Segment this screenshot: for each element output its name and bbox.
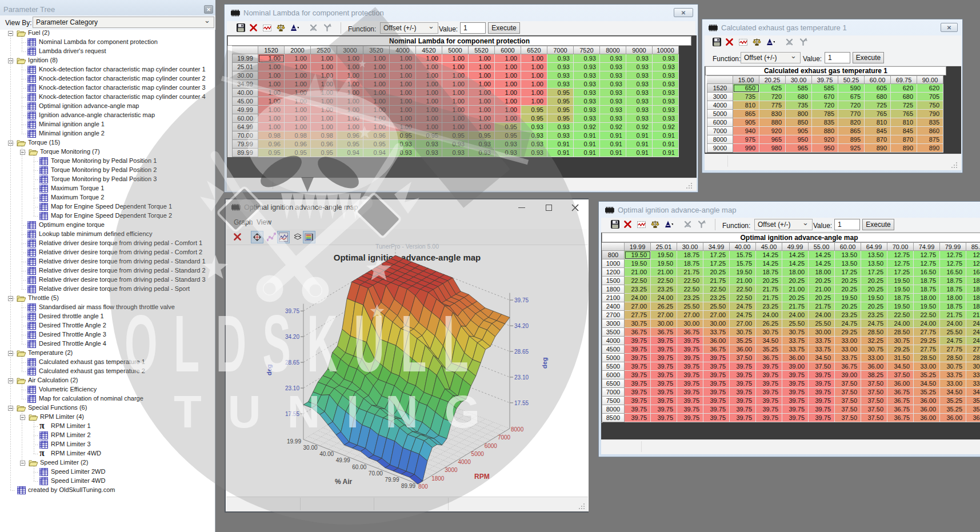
svg-text:3000: 3000	[445, 467, 458, 473]
svg-text:RPM: RPM	[474, 473, 490, 481]
svg-text:49.99: 49.99	[336, 457, 350, 463]
svg-text:5000: 5000	[471, 451, 485, 457]
svg-text:8000: 8000	[511, 426, 524, 433]
svg-text:deg: deg	[266, 364, 273, 375]
svg-text:19.99: 19.99	[287, 438, 301, 445]
svg-text:39.75: 39.75	[285, 308, 299, 314]
svg-text:30.00: 30.00	[303, 445, 318, 451]
svg-text:89.99: 89.99	[401, 483, 415, 489]
svg-text:40.00: 40.00	[319, 451, 334, 457]
svg-text:34.20: 34.20	[285, 334, 299, 340]
svg-text:23.10: 23.10	[514, 374, 529, 381]
svg-text:34.20: 34.20	[514, 323, 529, 329]
svg-text:6000: 6000	[485, 443, 498, 449]
svg-text:7000: 7000	[498, 434, 511, 441]
svg-text:70.00: 70.00	[369, 470, 383, 477]
svg-text:79.99: 79.99	[385, 477, 399, 483]
svg-text:17.55: 17.55	[285, 411, 299, 417]
svg-text:23.10: 23.10	[285, 385, 299, 391]
svg-text:28.65: 28.65	[285, 359, 299, 366]
svg-text:17.55: 17.55	[514, 400, 529, 406]
svg-text:60.00: 60.00	[352, 464, 366, 470]
svg-text:% Air: % Air	[335, 478, 353, 486]
svg-text:39.75: 39.75	[514, 297, 529, 303]
svg-text:deg: deg	[541, 357, 548, 369]
svg-text:1800: 1800	[431, 475, 445, 482]
svg-text:800: 800	[418, 483, 428, 490]
svg-text:28.65: 28.65	[514, 349, 529, 355]
svg-text:4000: 4000	[458, 459, 471, 465]
